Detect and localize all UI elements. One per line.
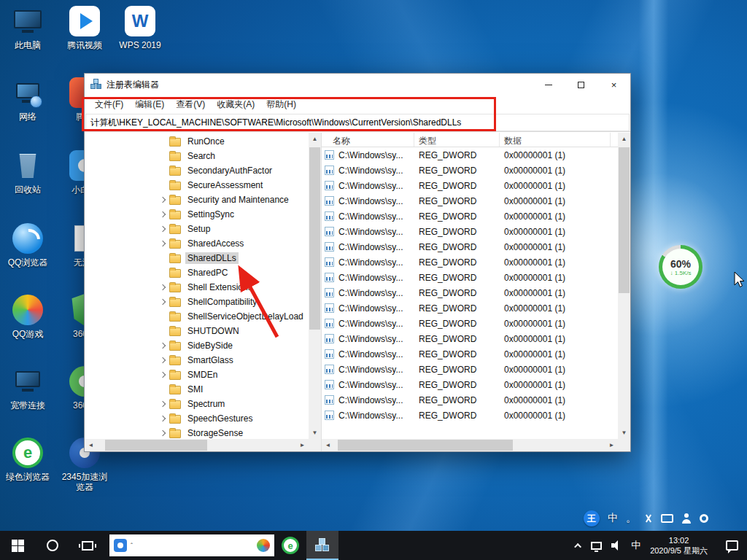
cortana-button[interactable] — [35, 531, 70, 560]
scroll-up-icon[interactable]: ▲ — [618, 133, 630, 145]
column-header[interactable]: 名称 — [322, 133, 414, 147]
registry-value-row[interactable]: C:\Windows\sy...REG_DWORD0x00000001 (1) — [322, 178, 618, 193]
expand-chevron-icon[interactable] — [160, 299, 166, 305]
taskbar-search-box[interactable]: ˆ — [109, 534, 274, 556]
registry-value-row[interactable]: C:\Windows\sy...REG_DWORD0x00000001 (1) — [322, 377, 618, 392]
menu-item[interactable]: 文件(F) — [89, 96, 129, 113]
taskbar-green-browser-button[interactable]: e — [274, 531, 306, 560]
menu-item[interactable]: 查看(V) — [170, 96, 211, 113]
tree-horizontal-scrollbar[interactable]: ◄ ► — [85, 439, 309, 451]
scroll-up-icon[interactable]: ▲ — [309, 133, 321, 145]
tree-item-SecureAssessment[interactable]: SecureAssessment — [85, 178, 309, 192]
sogou-pinwheel-icon[interactable] — [257, 539, 270, 552]
menu-item[interactable]: 帮助(H) — [260, 96, 302, 113]
tray-overflow-chevron[interactable] — [574, 542, 581, 550]
tree-vertical-scrollbar[interactable]: ▲ ▼ — [309, 133, 321, 439]
tree-item-SecondaryAuthFactor[interactable]: SecondaryAuthFactor — [85, 163, 309, 178]
expand-chevron-icon[interactable] — [160, 226, 166, 232]
tree-item-StorageSense[interactable]: StorageSense — [85, 426, 309, 439]
tree-item-Security-and-Maintenance[interactable]: Security and Maintenance — [85, 192, 309, 207]
list-vertical-scrollbar[interactable]: ▲ ▼ — [618, 133, 630, 439]
registry-value-row[interactable]: C:\Windows\sy...REG_DWORD0x00000001 (1) — [322, 285, 618, 300]
column-header[interactable]: 数据 — [500, 133, 611, 147]
ime-language-toggle[interactable]: 中 — [608, 512, 618, 525]
menu-item[interactable]: 编辑(E) — [129, 96, 170, 113]
expand-chevron-icon[interactable] — [160, 416, 166, 421]
registry-value-row[interactable]: C:\Windows\sy...REG_DWORD0x00000001 (1) — [322, 346, 618, 362]
title-bar[interactable]: 注册表编辑器 × — [85, 74, 630, 96]
registry-value-row[interactable]: C:\Windows\sy...REG_DWORD0x00000001 (1) — [322, 392, 618, 408]
registry-value-row[interactable]: C:\Windows\sy...REG_DWORD0x00000001 (1) — [322, 270, 618, 285]
tree-item-ShellCompatibility[interactable]: ShellCompatibility — [85, 295, 309, 309]
list-horizontal-scrollbar[interactable]: ◄ ► — [322, 439, 618, 451]
expand-chevron-icon[interactable] — [160, 211, 166, 217]
speed-monitor-ball[interactable]: 60% ↓ 1.5K/s — [659, 245, 703, 289]
value-list-pane[interactable]: 名称类型数据 C:\Windows\sy...REG_DWORD0x000000… — [322, 133, 630, 451]
registry-value-row[interactable]: C:\Windows\sy...REG_DWORD0x00000001 (1) — [322, 300, 618, 316]
expand-chevron-icon[interactable] — [160, 372, 166, 378]
address-bar[interactable] — [85, 114, 630, 131]
scroll-right-icon[interactable]: ► — [605, 439, 618, 451]
expand-chevron-icon[interactable] — [160, 430, 166, 436]
menu-item[interactable]: 收藏夹(A) — [211, 96, 260, 113]
list-vscroll-thumb[interactable] — [619, 147, 630, 293]
registry-value-row[interactable]: C:\Windows\sy...REG_DWORD0x00000001 (1) — [322, 209, 618, 224]
scissors-icon[interactable] — [644, 513, 653, 524]
taskbar-regedit-button[interactable] — [306, 531, 338, 560]
tree-item-SpeechGestures[interactable]: SpeechGestures — [85, 411, 309, 426]
tree-item-Search[interactable]: Search — [85, 149, 309, 163]
scroll-right-icon[interactable]: ► — [296, 439, 309, 451]
close-button[interactable]: × — [597, 74, 630, 96]
registry-value-row[interactable]: C:\Windows\sy...REG_DWORD0x00000001 (1) — [322, 316, 618, 331]
user-icon[interactable] — [681, 513, 692, 524]
expand-chevron-icon[interactable] — [160, 343, 166, 349]
scroll-left-icon[interactable]: ◄ — [322, 439, 334, 451]
expand-chevron-icon[interactable] — [160, 241, 166, 246]
tree-hscroll-thumb[interactable] — [105, 440, 207, 451]
desktop-icon-tencent-video[interactable]: 腾讯视频 — [58, 4, 111, 50]
tree-item-SettingSync[interactable]: SettingSync — [85, 207, 309, 222]
tree-item-SideBySide[interactable]: SideBySide — [85, 338, 309, 353]
registry-value-row[interactable]: C:\Windows\sy...REG_DWORD0x00000001 (1) — [322, 193, 618, 209]
ime-lang-indicator[interactable]: 中 — [631, 539, 640, 552]
tree-item-Spectrum[interactable]: Spectrum — [85, 397, 309, 411]
tree-item-SharedPC[interactable]: SharedPC — [85, 265, 309, 280]
network-icon[interactable] — [591, 542, 602, 550]
volume-icon[interactable] — [611, 540, 622, 551]
tree-item-Setup[interactable]: Setup — [85, 222, 309, 236]
tree-pane[interactable]: RunOnceSearchSecondaryAuthFactorSecureAs… — [85, 133, 322, 451]
desktop-icon-wps[interactable]: WWPS 2019 — [114, 4, 166, 50]
registry-value-row[interactable]: C:\Windows\sy...REG_DWORD0x00000001 (1) — [322, 224, 618, 239]
expand-chevron-icon[interactable] — [160, 357, 166, 363]
registry-value-row[interactable]: C:\Windows\sy...REG_DWORD0x00000001 (1) — [322, 147, 618, 163]
start-button[interactable] — [0, 531, 35, 560]
ime-logo-icon[interactable]: 王 — [584, 510, 600, 526]
desktop-icon-qq-game[interactable]: QQ游戏 — [1, 293, 54, 339]
task-view-button[interactable] — [70, 531, 105, 560]
registry-value-row[interactable]: C:\Windows\sy...REG_DWORD0x00000001 (1) — [322, 239, 618, 254]
scroll-left-icon[interactable]: ◄ — [85, 439, 97, 451]
ime-punctuation-toggle[interactable]: 。 — [626, 512, 636, 525]
scroll-down-icon[interactable]: ▼ — [618, 427, 630, 439]
desktop-icon-this-pc[interactable]: 此电脑 — [1, 4, 54, 50]
registry-value-row[interactable]: C:\Windows\sy...REG_DWORD0x00000001 (1) — [322, 331, 618, 346]
search-app-icon[interactable] — [114, 539, 127, 552]
expand-chevron-icon[interactable] — [160, 197, 166, 203]
tree-item-Shell-Extensions[interactable]: Shell Extensions — [85, 280, 309, 295]
action-center-icon[interactable] — [726, 540, 738, 551]
registry-value-row[interactable]: C:\Windows\sy...REG_DWORD0x00000001 (1) — [322, 408, 618, 423]
desktop-icon-green-browser[interactable]: e绿色浏览器 — [1, 436, 54, 482]
expand-chevron-icon[interactable] — [160, 284, 166, 290]
tree-item-RunOnce[interactable]: RunOnce — [85, 134, 309, 149]
maximize-button[interactable] — [565, 74, 597, 96]
tree-item-ShellServiceObjectDelayLoad[interactable]: ShellServiceObjectDelayLoad — [85, 309, 309, 324]
gear-icon[interactable] — [700, 514, 708, 523]
desktop-icon-broadband[interactable]: 宽带连接 — [1, 365, 54, 411]
desktop-icon-network[interactable]: 网络 — [1, 76, 54, 122]
desktop-icon-recycle-bin[interactable]: 回收站 — [1, 149, 54, 195]
tree-item-SHUTDOWN[interactable]: SHUTDOWN — [85, 324, 309, 338]
registry-value-row[interactable]: C:\Windows\sy...REG_DWORD0x00000001 (1) — [322, 163, 618, 178]
tree-item-SMI[interactable]: SMI — [85, 382, 309, 397]
tree-vscroll-thumb[interactable] — [309, 147, 320, 330]
tree-item-SharedDLLs[interactable]: SharedDLLs — [85, 251, 309, 265]
